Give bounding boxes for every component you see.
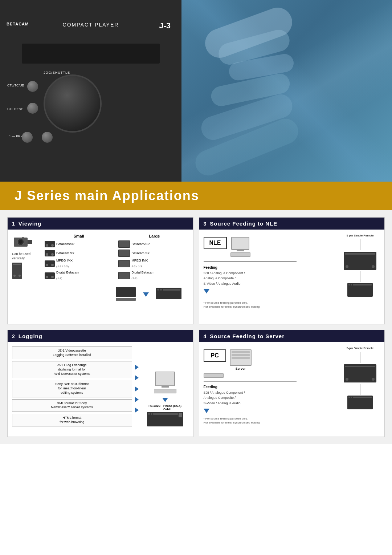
sp2-bar <box>353 397 372 398</box>
box1-number: 1 <box>12 221 15 227</box>
svg-rect-1 <box>28 240 32 244</box>
nle-footnote: * For source feeding purpose only. Not a… <box>204 301 337 309</box>
logging-items-area: JZ-1 VideocassetteLogging Software insta… <box>12 347 132 426</box>
box-logging-header: 2 Logging <box>8 330 193 342</box>
format-small-3-sub: (J-2 / J-3) <box>56 265 69 268</box>
player-icon-2 <box>118 250 130 257</box>
monitor-set <box>230 237 250 257</box>
logging-arrow-down <box>162 398 168 402</box>
btn-ctl-reset <box>27 103 38 114</box>
box-server: 4 Source Feeding to Server PC <box>199 330 385 437</box>
viewing-bottom-area <box>12 285 189 301</box>
sp-btn1 <box>348 284 350 285</box>
camera-icon <box>12 234 34 248</box>
server-vline-2 <box>360 384 360 395</box>
banner-title-prefix: J Series main <box>15 188 112 203</box>
phono-rca-label: Phono (RCA)Cable <box>163 404 181 411</box>
box4-number: 4 <box>204 333 207 339</box>
keyboard-icon <box>230 252 250 257</box>
btn-pf2 <box>42 132 53 143</box>
server-player-device <box>344 364 376 382</box>
model-id-label: J-3 <box>159 21 171 31</box>
banner-title-bold: Applications <box>112 188 199 203</box>
gold-banner: J Series main Applications <box>0 182 392 210</box>
server-feeding-title: Feeding <box>204 385 337 389</box>
server-left-col: PC Server <box>204 347 337 425</box>
arrow-3 <box>135 386 139 392</box>
nle-right-col: 9-pin Simple Remote <box>340 234 380 309</box>
logging-right-col: RS-232C Phono (RCA)Cable <box>142 347 189 426</box>
logging-arrows <box>135 347 139 426</box>
format-large-4-sub: (J-3) <box>131 277 137 280</box>
model-label: COMPACT PLAYER <box>63 22 119 28</box>
nine-pin-label: 9-pin Simple Remote <box>347 234 374 237</box>
server-feeding-desc: SDI / Analogue Component /Analogue Compo… <box>204 390 337 406</box>
jog-shuttle-area: JOG/SHUTTLE CTL/TC/UB CTL RESET 1 — PF —… <box>7 71 160 154</box>
player-icon-1 <box>118 240 130 248</box>
btn-ctl-tc <box>27 81 38 92</box>
format-large-3-sub: J-2 / J-3 <box>131 265 142 268</box>
server-label-text: Server <box>236 367 246 370</box>
format-row-4: Digital Betacam (J-3) Digital Betacam (J… <box>45 271 189 281</box>
box1-title: Viewing <box>19 220 41 227</box>
player-tape-bar <box>163 289 180 291</box>
col-large-header: Large <box>120 234 188 238</box>
server-device-icon: Server <box>230 349 252 370</box>
tape-icon-1 <box>45 241 55 247</box>
tape-icon-2 <box>45 250 55 256</box>
sp2-btn2 <box>351 397 352 398</box>
box3-title: Source Feeding to NLE <box>210 220 277 227</box>
device-left: BETACAM COMPACT PLAYER J-3 JOG/SHUTTLE C… <box>0 0 181 182</box>
viewing-left-icons: Can be usedvertically <box>12 234 41 283</box>
btn-pf1 <box>22 132 33 143</box>
bottom-diagram <box>12 285 189 301</box>
format-small-4: Digital Betacam <box>56 271 79 274</box>
ctl-tc-label: CTL/TC/UB <box>7 84 24 87</box>
player-btn-1 <box>157 289 159 291</box>
logging-keyboard <box>154 389 176 393</box>
server-nine-pin-label: 9-pin Simple Remote <box>347 347 374 350</box>
applications-section: 1 Viewing Can be u <box>0 210 392 444</box>
lp-knob <box>179 413 182 417</box>
server-keyboard <box>204 373 224 378</box>
hero-right <box>181 0 392 182</box>
box2-number: 2 <box>12 333 15 339</box>
logging-arrow-down-area <box>162 398 168 402</box>
rs232c-label: RS-232C <box>148 404 160 411</box>
logging-player <box>147 412 183 426</box>
bottom-devices <box>12 285 189 301</box>
can-used-vertically-text: Can be usedvertically <box>12 252 41 260</box>
small-player-bottom <box>116 287 136 301</box>
format-small-3: MPEG IMX <box>56 259 73 262</box>
lp-tape-bar <box>153 413 178 415</box>
box4-title: Source Feeding to Server <box>210 333 285 339</box>
box-nle-header: 3 Source Feeding to NLE <box>199 218 385 230</box>
server-box-icon <box>230 349 252 366</box>
box3-number: 3 <box>204 221 207 227</box>
log-item-1: JZ-1 VideocassetteLogging Software insta… <box>12 347 132 359</box>
pc-device-row: PC Server <box>204 349 337 370</box>
nle-player-device <box>344 252 376 270</box>
log-item-2: AVID Log Exchangedigitizing format forAv… <box>12 361 132 378</box>
brand-label: BETACAM <box>7 22 29 26</box>
box-logging: 2 Logging JZ-1 VideocassetteLogging Soft… <box>7 330 193 437</box>
player-lg-icon <box>156 288 181 299</box>
tape-icon-4 <box>45 272 55 279</box>
nle-box: NLE <box>204 237 227 249</box>
format-large-1: Betacam/SP <box>131 242 150 246</box>
player-sm-icon <box>116 287 136 297</box>
vertical-note: Can be usedvertically <box>12 252 41 279</box>
player-icon-4 <box>118 272 130 279</box>
tape-slot <box>22 44 160 64</box>
format-row-2: Betacam SX Betacam SX <box>45 250 189 257</box>
box-logging-content: JZ-1 VideocassetteLogging Software insta… <box>8 342 193 437</box>
player-sm-base <box>116 298 136 301</box>
vertical-line-1 <box>360 239 360 250</box>
vertical-player-icon <box>12 263 22 279</box>
cable-labels: RS-232C Phono (RCA)Cable <box>147 404 183 411</box>
arrow-4 <box>135 397 139 402</box>
log-item-3: Sony BVE-9100 formatfor linear/non-linea… <box>12 380 132 397</box>
svg-point-3 <box>19 240 23 244</box>
pc-box: PC <box>204 349 226 362</box>
arrow-1 <box>135 365 139 370</box>
